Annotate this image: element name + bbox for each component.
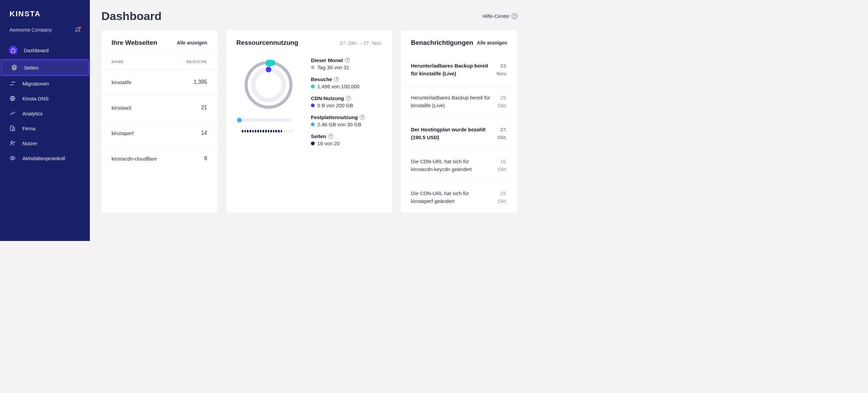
sidebar-item-dashboard[interactable]: Dashboard — [0, 41, 90, 59]
site-row[interactable]: kinstaw3 21 — [101, 95, 217, 120]
help-icon[interactable]: ? — [328, 134, 333, 139]
svg-point-3 — [11, 141, 13, 143]
site-visits: 21 — [177, 105, 207, 111]
sites-view-all-link[interactable]: Alle anzeigen — [177, 40, 207, 45]
sidebar-label: Aktivitätenprotokoll — [22, 155, 65, 161]
svg-point-7 — [253, 70, 284, 100]
sites-table-header: NAME BESUCHE — [101, 54, 217, 70]
site-row[interactable]: kinstacdn-cloudflare 9 — [101, 146, 217, 171]
notification-item[interactable]: Herunterladbares Backup bereit für kinst… — [401, 86, 517, 118]
legend-dot-icon — [311, 123, 315, 126]
legend-title: Dieser Monat — [311, 57, 343, 63]
help-icon: ? — [512, 13, 517, 19]
notification-text: Der Hostingplan wurde bezahlt (190.5 USD… — [411, 126, 491, 141]
col-visits: BESUCHE — [177, 60, 207, 64]
svg-rect-1 — [11, 126, 13, 131]
site-name: kinstacdn-cloudflare — [112, 156, 177, 162]
chart-line-icon — [9, 110, 16, 116]
notification-item[interactable]: Die CDN-URL hat sich für kinstaperf geän… — [401, 182, 517, 213]
sidebar-item-dns[interactable]: Kinsta DNS — [0, 91, 90, 106]
notification-date: 29.Okt. — [498, 94, 507, 109]
notification-item[interactable]: Der Hostingplan wurde bezahlt (190.5 USD… — [401, 118, 517, 150]
building-icon — [9, 125, 16, 131]
help-icon[interactable]: ? — [334, 77, 339, 82]
sites-card: Ihre Webseiten Alle anzeigen NAME BESUCH… — [101, 30, 217, 213]
site-name: kinstalife — [112, 79, 177, 85]
svg-point-8 — [266, 67, 272, 73]
sites-usage-bar — [242, 130, 293, 132]
notification-text: Die CDN-URL hat sich für kinstaperf geän… — [411, 190, 492, 205]
site-name: kinstaperf — [112, 130, 177, 136]
notification-text: Herunterladbares Backup bereit für kinst… — [411, 62, 491, 77]
sidebar-item-users[interactable]: Nutzer — [0, 136, 90, 151]
help-icon[interactable]: ? — [345, 58, 350, 63]
legend-title: Seiten — [311, 133, 326, 139]
eye-icon — [9, 155, 16, 161]
site-row[interactable]: kinstalife 1,395 — [101, 70, 217, 95]
sidebar: KINSTA Awesome Company Dashboard Seiten — [0, 0, 90, 241]
home-icon — [9, 46, 18, 55]
logo[interactable]: KINSTA — [9, 10, 80, 18]
sidebar-item-analytics[interactable]: Analytics — [0, 106, 90, 121]
col-name: NAME — [112, 60, 177, 64]
legend-title: Besuche — [311, 76, 332, 82]
sidebar-label: Analytics — [22, 111, 43, 116]
site-visits: 14 — [177, 130, 207, 136]
site-visits: 9 — [177, 155, 207, 162]
legend-dot-icon — [311, 66, 315, 69]
sidebar-label: Seiten — [24, 65, 39, 71]
notification-text: Herunterladbares Backup bereit für kinst… — [411, 94, 492, 109]
sidebar-label: Dashboard — [24, 48, 48, 53]
legend-value: 0 B von 200 GB — [317, 102, 353, 108]
logo-text: KINSTA — [9, 10, 41, 18]
notification-date: 15.Okt. — [498, 190, 507, 205]
legend-dot-icon — [311, 142, 315, 145]
sidebar-label: Migrationen — [22, 81, 49, 87]
page-title: Dashboard — [101, 10, 162, 23]
legend-value: 16 von 20 — [317, 141, 340, 146]
sidebar-item-sites[interactable]: Seiten — [1, 59, 89, 76]
company-name[interactable]: Awesome Company — [9, 27, 52, 33]
notifications-bell-icon[interactable] — [75, 27, 80, 33]
site-visits: 1,395 — [177, 79, 207, 85]
sidebar-item-activity-log[interactable]: Aktivitätenprotokoll — [0, 151, 90, 166]
help-icon[interactable]: ? — [346, 96, 351, 101]
user-plus-icon — [9, 140, 16, 146]
globe-icon — [9, 95, 16, 101]
svg-point-4 — [12, 157, 14, 159]
notification-item[interactable]: Die CDN-URL hat sich für kinstacdn-keycd… — [401, 150, 517, 182]
notification-date: 23.Nov. — [497, 62, 507, 77]
sidebar-label: Firma — [22, 126, 35, 131]
main-content: Dashboard Hilfe-Center ? Ihre Webseiten … — [90, 0, 529, 241]
sidebar-nav: Dashboard Seiten Migrationen Kinsta DNS — [0, 41, 90, 166]
notification-text: Die CDN-URL hat sich für kinstacdn-keycd… — [411, 158, 492, 173]
transfer-icon — [9, 80, 16, 87]
site-row[interactable]: kinstaperf 14 — [101, 120, 217, 146]
site-name: kinstaw3 — [112, 105, 177, 111]
notification-dot-icon — [79, 26, 81, 29]
notifications-card-title: Benachrichtigungen — [411, 39, 473, 46]
legend-value: Tag 30 von 31 — [317, 64, 349, 70]
help-center-label: Hilfe-Center — [482, 13, 510, 19]
resource-card: Ressourcennutzung 27. Okt. – 27. Nov. — [226, 30, 392, 213]
notification-date: 27.Okt. — [497, 126, 507, 141]
legend-value: 2.46 GB von 30 GB — [317, 121, 361, 127]
help-icon[interactable]: ? — [360, 115, 365, 120]
sidebar-item-migrations[interactable]: Migrationen — [0, 76, 90, 91]
disk-usage-bar — [238, 118, 292, 122]
layers-icon — [11, 64, 18, 71]
svg-rect-2 — [13, 128, 15, 131]
help-center-link[interactable]: Hilfe-Center ? — [482, 13, 517, 19]
resource-date-range: 27. Okt. – 27. Nov. — [340, 40, 382, 46]
sidebar-label: Kinsta DNS — [22, 96, 49, 101]
legend-dot-icon — [311, 104, 315, 107]
sidebar-label: Nutzer — [22, 141, 37, 146]
sites-card-title: Ihre Webseiten — [112, 39, 157, 46]
notifications-view-all-link[interactable]: Alle anzeigen — [477, 40, 507, 45]
notifications-card: Benachrichtigungen Alle anzeigen Herunte… — [401, 30, 517, 213]
notification-item[interactable]: Herunterladbares Backup bereit für kinst… — [401, 54, 517, 86]
resource-card-title: Ressourcennutzung — [236, 39, 298, 46]
legend-value: 1,496 von 100,000 — [317, 83, 359, 89]
usage-ring-chart — [243, 59, 294, 110]
sidebar-item-company[interactable]: Firma — [0, 121, 90, 136]
